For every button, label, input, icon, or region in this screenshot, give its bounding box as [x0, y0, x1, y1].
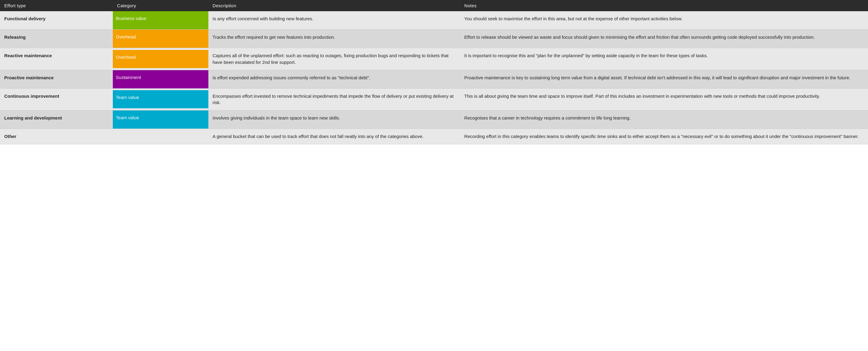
header-category: Category: [113, 0, 208, 11]
effort-type-cell: Continuous improvement: [0, 88, 113, 111]
notes-cell: Recognises that a career in technology r…: [460, 111, 868, 129]
effort-type-cell: Other: [0, 129, 113, 144]
category-cell: Team value: [113, 111, 208, 129]
description-cell: Encompasses effort invested to remove te…: [208, 88, 460, 111]
notes-cell: Proactive maintenance is key to sustaini…: [460, 70, 868, 88]
description-cell: Is any effort concerned with building ne…: [208, 11, 460, 30]
category-cell: Overhead: [113, 30, 208, 48]
notes-cell: You should seek to maximise the effort i…: [460, 11, 868, 30]
effort-type-cell: Reactive maintenance: [0, 48, 113, 70]
header-effort-type: Effort type: [0, 0, 113, 11]
category-cell: Business value: [113, 11, 208, 30]
description-cell: A general bucket that can be used to tra…: [208, 129, 460, 144]
description-cell: Involves giving individuals in the team …: [208, 111, 460, 129]
notes-cell: It is important to recognise this and "p…: [460, 48, 868, 70]
effort-type-cell: Releasing: [0, 30, 113, 48]
category-cell: Overhead: [113, 48, 208, 70]
category-badge: Overhead: [113, 30, 208, 48]
effort-type-cell: Functional delivery: [0, 11, 113, 30]
table-row: Learning and developmentTeam valueInvolv…: [0, 111, 868, 129]
effort-type-cell: Proactive maintenance: [0, 70, 113, 88]
table-row: OtherA general bucket that can be used t…: [0, 129, 868, 144]
category-cell: [113, 129, 208, 144]
description-cell: Captures all of the unplanned effort: su…: [208, 48, 460, 70]
category-badge: Team value: [113, 111, 208, 128]
category-badge: Overhead: [113, 50, 208, 68]
description-cell: Is effort expended addressing issues com…: [208, 70, 460, 88]
table-row: Reactive maintenanceOverheadCaptures all…: [0, 48, 868, 70]
header-notes: Notes: [460, 0, 868, 11]
header-description: Description: [208, 0, 460, 11]
category-cell: Sustainment: [113, 70, 208, 88]
effort-type-table: Effort type Category Description Notes F…: [0, 0, 868, 144]
table-row: ReleasingOverheadTracks the effort requi…: [0, 30, 868, 48]
category-badge: Sustainment: [113, 70, 208, 88]
notes-cell: Recording effort in this category enable…: [460, 129, 868, 144]
effort-type-cell: Learning and development: [0, 111, 113, 129]
notes-cell: This is all about giving the team time a…: [460, 88, 868, 111]
table-row: Proactive maintenanceSustainmentIs effor…: [0, 70, 868, 88]
category-badge: Team value: [113, 90, 208, 108]
category-cell: Team value: [113, 88, 208, 111]
notes-cell: Effort to release should be viewed as wa…: [460, 30, 868, 48]
category-badge: Business value: [113, 11, 208, 29]
table-header-row: Effort type Category Description Notes: [0, 0, 868, 11]
table-row: Continuous improvementTeam valueEncompas…: [0, 88, 868, 111]
description-cell: Tracks the effort required to get new fe…: [208, 30, 460, 48]
table-row: Functional deliveryBusiness valueIs any …: [0, 11, 868, 30]
